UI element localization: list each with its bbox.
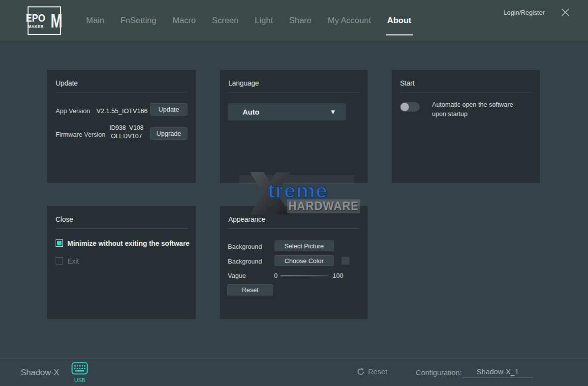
configuration-name-field[interactable]: Shadow-X_1 [463, 362, 533, 378]
update-button[interactable]: Update [150, 103, 187, 116]
tab-main[interactable]: Main [86, 0, 104, 41]
language-dropdown[interactable]: Auto ▼ [228, 103, 346, 120]
firmware-line1: ID938_V108 [107, 124, 146, 132]
divider [400, 92, 531, 92]
choose-color-button[interactable]: Choose Color [275, 255, 334, 266]
device-name: Shadow-X [21, 368, 59, 378]
close-icon[interactable] [560, 7, 570, 17]
watermark-treme-text: treme [268, 179, 328, 203]
configuration-value: Shadow-X_1 [477, 367, 519, 376]
device-usb-chip[interactable]: USB [70, 362, 89, 384]
tab-fnsetting[interactable]: FnSetting [121, 0, 156, 41]
usb-port-label: USB [70, 377, 89, 383]
toggle-knob [401, 103, 409, 111]
background-color-label: Background [228, 258, 262, 265]
divider [56, 228, 187, 229]
epomaker-logo: EPO MAKER M [28, 6, 61, 35]
configuration-label: Configuration: [416, 368, 462, 377]
appearance-panel: Appearance Background Select Picture Bac… [220, 206, 368, 319]
start-panel: Start Automatic open the software upon s… [392, 70, 540, 183]
firmware-version-value: ID938_V108 OLEDV107 [107, 124, 146, 141]
divider [228, 228, 359, 229]
update-panel-title: Update [56, 79, 78, 87]
tab-light[interactable]: Light [255, 0, 273, 41]
exit-checkbox[interactable] [56, 257, 63, 265]
start-panel-title: Start [400, 79, 415, 87]
tab-share[interactable]: Share [289, 0, 311, 41]
autostart-toggle[interactable] [400, 102, 420, 112]
language-selected-value: Auto [243, 108, 330, 116]
slider-min-value: 0 [274, 272, 278, 279]
logo-text-bottom: MAKER [28, 25, 43, 29]
logo-text-top: EPO [26, 13, 45, 24]
refresh-icon [357, 368, 365, 376]
slider-max-value: 100 [333, 272, 343, 279]
autostart-toggle-label: Automatic open the software upon startup [432, 100, 521, 119]
language-panel-title: Language [228, 79, 259, 87]
close-panel: Close Minimize without exiting the softw… [47, 206, 196, 319]
divider [228, 92, 359, 92]
minimize-checkbox[interactable] [56, 239, 63, 247]
firmware-version-label: Firmware Version [56, 131, 105, 138]
footer-reset-label: Reset [368, 367, 387, 376]
keyboard-icon [71, 362, 88, 375]
logo-letter-m: M [50, 12, 62, 29]
checkbox-check-fill [57, 241, 62, 245]
footer-bar: Shadow-X USB Reset Configuration: Shadow… [0, 358, 588, 386]
close-panel-title: Close [56, 215, 73, 223]
login-register-link[interactable]: Login/Register [503, 9, 545, 16]
vague-slider[interactable] [280, 275, 329, 276]
appearance-reset-button[interactable]: Reset [227, 284, 273, 296]
exit-checkbox-label: Exit [67, 257, 79, 265]
footer-reset-button[interactable]: Reset [357, 367, 387, 376]
color-swatch[interactable] [341, 257, 349, 265]
tab-my-account[interactable]: My Account [328, 0, 371, 41]
main-nav: Main FnSetting Macro Screen Light Share … [86, 0, 411, 41]
update-panel: Update App Version V2.1.55_IOTV166 Updat… [47, 70, 196, 183]
tab-screen[interactable]: Screen [212, 0, 239, 41]
minimize-checkbox-label: Minimize without exiting the software [67, 239, 189, 247]
vague-label: Vague [228, 272, 246, 279]
appearance-panel-title: Appearance [228, 215, 266, 223]
divider [56, 92, 187, 92]
chevron-down-icon: ▼ [330, 108, 336, 116]
tab-about[interactable]: About [387, 0, 411, 41]
background-picture-label: Background [228, 243, 262, 250]
language-panel: Language Auto ▼ [220, 70, 368, 183]
app-version-value: V2.1.55_IOTV166 [96, 107, 148, 115]
app-version-label: App Version [56, 107, 90, 115]
select-picture-button[interactable]: Select Picture [275, 240, 334, 251]
upgrade-button[interactable]: Upgrade [150, 127, 187, 140]
firmware-line2: OLEDV107 [107, 132, 146, 141]
tab-macro[interactable]: Macro [173, 0, 196, 41]
header-bar: EPO MAKER M Main FnSetting Macro Screen … [0, 0, 588, 41]
